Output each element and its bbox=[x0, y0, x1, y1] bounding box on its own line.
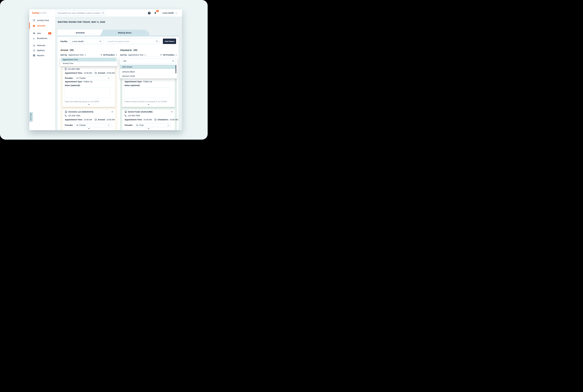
provider-select[interactable]: Dr. Chan bbox=[134, 123, 171, 127]
column-patient-search-input[interactable] bbox=[123, 58, 170, 63]
self-help-label: Self Help bbox=[30, 113, 32, 120]
help-icon[interactable]: ? bbox=[148, 12, 151, 14]
sidebar-item-reports[interactable]: Reports bbox=[29, 53, 55, 58]
search-icon bbox=[172, 60, 174, 62]
clock-icon bbox=[154, 118, 156, 121]
arrived-value: 10:00 AM bbox=[106, 118, 115, 121]
checked-in-sort-row: Sort by: Appointment Time All Providers bbox=[120, 54, 177, 56]
sidebar-item-waitlists[interactable]: Waitlists bbox=[29, 48, 55, 53]
appointment-type-value: Follow Up bbox=[84, 80, 92, 83]
search-result-john-green[interactable]: John Green bbox=[120, 65, 176, 69]
arrived-sort-dropdown[interactable]: Sort by: Appointment Time bbox=[60, 54, 86, 56]
expand-card-button[interactable] bbox=[88, 128, 90, 129]
phone-number: 123-456-7890 bbox=[67, 68, 80, 70]
chevron-down-icon bbox=[148, 128, 149, 129]
close-icon[interactable]: ✕ bbox=[111, 111, 113, 113]
appointment-type-row: Appointment Type: Follow Up bbox=[65, 80, 92, 83]
patient-name-row: Christine Lee (03/23/1972) bbox=[65, 110, 93, 113]
mobile-phone-icon bbox=[65, 68, 66, 70]
sidebar-item-referrals[interactable]: Referrals bbox=[29, 43, 55, 48]
appointment-time-row: Appointment Time: 10:30 AM Arrived: 10:0… bbox=[65, 118, 115, 121]
provider-label: Provider: bbox=[65, 77, 73, 79]
sidebar-item-schedule[interactable]: Schedule bbox=[29, 23, 55, 28]
close-icon[interactable]: ✕ bbox=[171, 111, 173, 113]
waiting-room-patient-search[interactable] bbox=[106, 38, 160, 44]
column-patient-search[interactable] bbox=[121, 58, 176, 64]
tab-schedule[interactable]: Schedule bbox=[57, 30, 103, 36]
sort-option-arrived-time[interactable]: Arrived Time bbox=[61, 62, 116, 65]
checked-in-sort-dropdown[interactable]: Sort by: Appointment Time bbox=[120, 54, 146, 56]
top-bar: lumahealth ? 18 Luma Health bbox=[29, 9, 182, 17]
search-result-johnson-smith[interactable]: Johnson Smith bbox=[120, 74, 176, 78]
self-help-tab[interactable]: Self Help bbox=[29, 112, 33, 122]
account-menu[interactable]: Luma Health bbox=[162, 12, 177, 14]
global-patient-search[interactable] bbox=[56, 10, 105, 16]
chat-icon bbox=[33, 32, 35, 34]
appointment-time-label: Appointment Time: bbox=[125, 118, 142, 121]
sidebar-item-broadcasts[interactable]: Broadcasts bbox=[29, 36, 55, 41]
sidebar-item-label: Waitlists bbox=[37, 49, 45, 52]
main-content: WAITING ROOM FOR TODAY, MAY 5, 2020 Sche… bbox=[55, 17, 182, 130]
sidebar-item-label: Referrals bbox=[37, 44, 45, 46]
active-tab-strip bbox=[57, 36, 179, 36]
sidebar-item-label: Hub bbox=[37, 32, 41, 34]
provider-row: Provider: Dr. Pardee bbox=[65, 74, 111, 80]
sidebar-item-hub[interactable]: Hub 2 bbox=[29, 31, 55, 36]
sidebar-divider bbox=[29, 30, 55, 30]
logo-luma: luma bbox=[32, 11, 39, 14]
tab-label: Schedule bbox=[76, 32, 85, 34]
calendar-icon bbox=[33, 25, 35, 27]
sidebar-item-label: Reports bbox=[37, 54, 44, 56]
checked-in-provider-filter[interactable]: All Providers bbox=[160, 54, 177, 56]
chevron-down-icon bbox=[116, 54, 117, 56]
chevron-down-icon bbox=[168, 125, 169, 126]
appointment-time-row: Appointment Time: 10:30 AM Arrived: 10:0… bbox=[65, 72, 115, 74]
arrived-provider-filter[interactable]: All Providers bbox=[100, 54, 117, 56]
avatar-icon bbox=[125, 110, 127, 113]
arrived-patient-card: Christine Lee (03/23/1972) ✕ 123-456-789… bbox=[62, 110, 115, 130]
expand-card-button[interactable] bbox=[148, 128, 149, 129]
notification-bell-icon[interactable] bbox=[154, 12, 156, 14]
tab-waiting-room[interactable]: Waiting Room bbox=[100, 30, 149, 36]
provider-select[interactable]: Dr. Pardee bbox=[74, 76, 111, 80]
waiting-room-patient-search-input[interactable] bbox=[108, 39, 154, 44]
filter-icon bbox=[160, 54, 162, 56]
search-icon bbox=[102, 12, 104, 14]
sidebar-item-activity-feed[interactable]: Activity Feed bbox=[29, 18, 55, 23]
collapse-card-button[interactable] bbox=[148, 104, 149, 105]
collapse-card-button[interactable] bbox=[88, 104, 90, 105]
chevron-down-icon bbox=[99, 41, 101, 42]
notes-label-row: Notes (optional): bbox=[125, 84, 140, 86]
logo-health: health bbox=[39, 11, 47, 14]
checked-in-count: (30) bbox=[133, 49, 137, 51]
facility-select[interactable]: Luma Health bbox=[70, 38, 103, 44]
search-result-johanna-black[interactable]: Johanna Black bbox=[120, 70, 176, 74]
notes-textarea[interactable] bbox=[125, 87, 170, 98]
phone-number: 123-456-7890 bbox=[68, 114, 80, 117]
sort-dropdown-menu: Appointment Time Arrived Time bbox=[60, 57, 117, 66]
search-icon bbox=[156, 40, 158, 42]
phone-number: 123-456-7890 bbox=[128, 114, 140, 117]
bar-chart-icon bbox=[33, 54, 35, 56]
dropdown-scrollbar[interactable] bbox=[175, 65, 176, 74]
patient-name: Christine Lee (03/23/1972) bbox=[68, 110, 93, 113]
hub-unread-badge: 2 bbox=[48, 32, 51, 34]
chevron-down-icon bbox=[85, 54, 86, 56]
provider-label: Provider: bbox=[125, 124, 133, 126]
checked-in-label: Checked In: bbox=[158, 118, 169, 121]
provider-select[interactable]: Dr. Pardee bbox=[74, 123, 111, 127]
chevron-up-icon bbox=[88, 104, 90, 105]
provider-label: Provider: bbox=[65, 124, 73, 126]
appointment-type-value: Follow Up bbox=[143, 80, 152, 83]
moved-note: Patient moved to Check In by Quynh N. at… bbox=[125, 100, 167, 103]
arrived-title: Arrived bbox=[60, 49, 68, 51]
appointment-type-label: Appointment Type: bbox=[65, 80, 82, 83]
sort-option-appointment-time[interactable]: Appointment Time bbox=[61, 58, 116, 62]
global-patient-search-input[interactable] bbox=[57, 11, 101, 16]
arrived-patient-card: 123-456-7890 Appointment Time: 10:30 AM … bbox=[62, 67, 115, 107]
add-patient-button[interactable]: Add Patient bbox=[163, 38, 176, 44]
notes-textarea[interactable] bbox=[65, 87, 110, 98]
appointment-type-row: Appointment Type: Follow Up bbox=[125, 80, 152, 83]
provider-value: Dr. Chan bbox=[136, 124, 144, 126]
arrived-count: (30) bbox=[70, 49, 73, 51]
